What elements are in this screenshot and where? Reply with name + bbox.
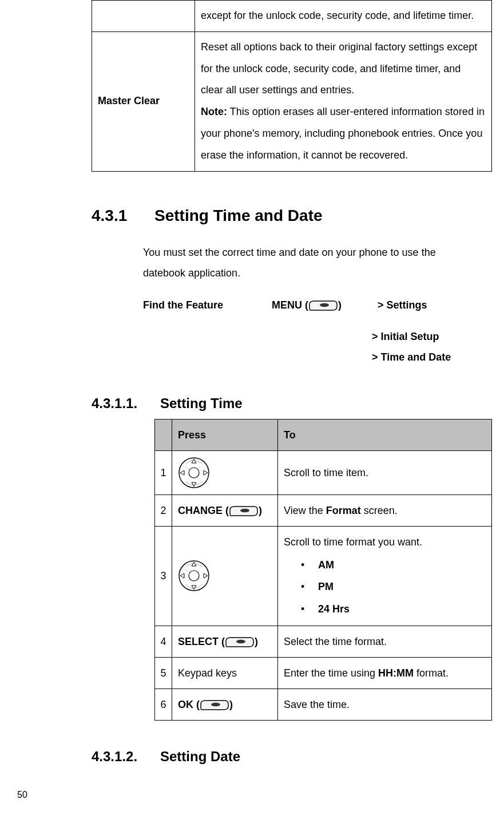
find-feature-label: Find the Feature (143, 295, 269, 315)
step1-to: Scroll to time item. (278, 450, 492, 494)
step-num: 3 (155, 527, 172, 626)
softkey-icon (229, 504, 259, 518)
options-row2-label: Master Clear (92, 31, 195, 171)
format-option-24: 24 Hrs (301, 598, 486, 620)
select-close: ) (255, 636, 258, 647)
section-number: 4.3.1 (92, 200, 154, 231)
find-feature-row: Find the Feature MENU () > Settings (143, 295, 475, 315)
step6-press: OK () (172, 689, 278, 721)
crumb-settings: > Settings (378, 295, 427, 315)
steps-header-blank (155, 419, 172, 450)
page-number: 50 (17, 786, 27, 804)
note-label: Note: (201, 106, 227, 117)
format-option-pm: PM (301, 576, 486, 598)
softkey-icon (200, 698, 229, 712)
section-intro: You must set the correct time and date o… (143, 242, 458, 283)
step1-press (172, 450, 278, 494)
change-label: CHANGE ( (178, 505, 229, 516)
format-options: AM PM 24 Hrs (301, 554, 486, 620)
options-row1-desc: except for the unlock code, security cod… (195, 1, 492, 32)
subsection1-title: Setting Time (160, 395, 243, 411)
select-label: SELECT ( (178, 636, 225, 647)
step4-press: SELECT () (172, 626, 278, 657)
ok-close: ) (229, 699, 233, 710)
options-row2-desc: Reset all options back to their original… (195, 31, 492, 171)
ok-label: OK ( (178, 699, 200, 710)
step-num: 5 (155, 658, 172, 689)
section-heading: 4.3.1Setting Time and Date (92, 200, 475, 231)
step5-to-post: format. (414, 667, 449, 679)
step-num: 1 (155, 450, 172, 494)
options-row1-label (92, 1, 195, 32)
step2-to-post: screen. (361, 505, 398, 516)
step6-to: Save the time. (278, 689, 492, 721)
setting-time-table: Press To 1 Scroll to time item. 2 CHANGE… (154, 419, 492, 721)
softkey-icon (308, 299, 338, 312)
step2-to-pre: View the (284, 505, 326, 516)
step3-press (172, 527, 278, 626)
step3-to: Scroll to time format you want. AM PM 24… (278, 527, 492, 626)
crumb-initial-setup: > Initial Setup (372, 326, 475, 347)
steps-header-to: To (278, 419, 492, 450)
navkey-icon (178, 560, 210, 592)
subsection2-heading: 4.3.1.2.Setting Date (92, 743, 475, 770)
step-num: 2 (155, 494, 172, 526)
subsection1-number: 4.3.1.1. (92, 390, 160, 417)
subsection1-heading: 4.3.1.1.Setting Time (92, 390, 475, 417)
step-num: 4 (155, 626, 172, 657)
master-clear-main: Reset all options back to their original… (201, 41, 477, 96)
crumb-time-date: > Time and Date (372, 347, 475, 367)
step2-to-bold: Format (326, 505, 361, 516)
step5-to: Enter the time using HH:MM format. (278, 658, 492, 689)
step2-to: View the Format screen. (278, 494, 492, 526)
navkey-icon (178, 457, 210, 489)
menu-path: MENU () (272, 295, 375, 315)
menu-close: ) (338, 299, 342, 311)
step5-press: Keypad keys (172, 658, 278, 689)
step-num: 6 (155, 689, 172, 721)
format-option-am: AM (301, 554, 486, 576)
step5-to-pre: Enter the time using (284, 667, 378, 679)
step3-to-pre: Scroll to time format you want. (284, 536, 422, 548)
change-close: ) (259, 505, 262, 516)
softkey-icon (225, 635, 255, 649)
step4-to: Select the time format. (278, 626, 492, 657)
subsection2-title: Setting Date (160, 749, 240, 764)
step2-press: CHANGE () (172, 494, 278, 526)
section-title: Setting Time and Date (154, 207, 323, 224)
options-table: except for the unlock code, security cod… (92, 0, 492, 172)
menu-label: MENU ( (272, 299, 308, 311)
subsection2-number: 4.3.1.2. (92, 743, 160, 770)
steps-header-press: Press (172, 419, 278, 450)
note-text: This option erases all user-entered info… (201, 106, 485, 161)
step5-to-bold: HH:MM (378, 667, 414, 679)
